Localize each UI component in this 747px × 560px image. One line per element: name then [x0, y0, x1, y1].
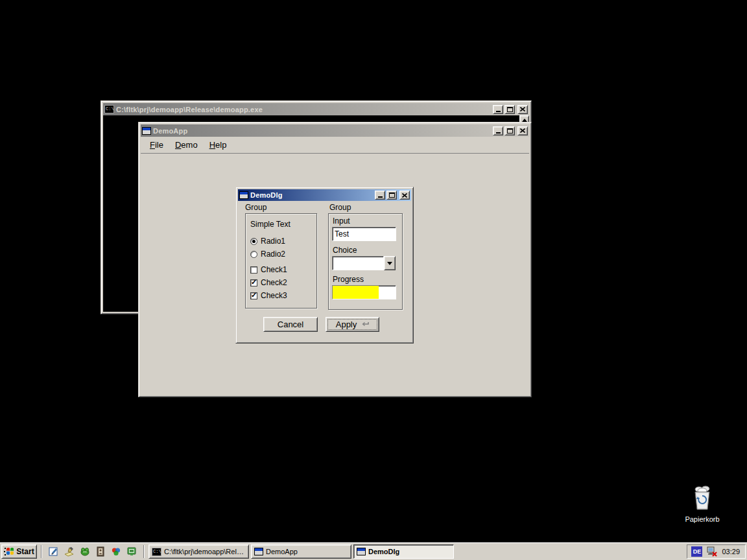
radio-icon — [250, 251, 257, 258]
minimize-icon — [496, 111, 501, 112]
recycle-bin-label: Papierkorb — [680, 515, 725, 523]
console-icon: C:\ — [104, 105, 114, 113]
radio-label: Radio1 — [261, 237, 285, 246]
menu-file[interactable]: File — [145, 138, 169, 152]
page-pen-icon[interactable] — [47, 545, 60, 558]
apply-label: Apply — [336, 320, 357, 329]
input-label: Input — [333, 216, 350, 226]
maximize-button[interactable] — [504, 126, 515, 135]
close-icon — [402, 193, 407, 198]
progress-bar — [332, 285, 396, 299]
radio-label: Radio2 — [261, 250, 285, 259]
radio-radio2[interactable]: Radio2 — [250, 250, 285, 259]
cancel-button[interactable]: Cancel — [263, 317, 318, 332]
network-disconnected-icon[interactable] — [706, 546, 718, 557]
choice-value — [332, 256, 384, 270]
close-icon — [520, 128, 525, 133]
task-button-label: C:\fltk\prj\demoapp\Rele... — [164, 548, 246, 555]
demoapp-titlebar[interactable]: DemoApp — [141, 124, 529, 137]
recycle-bin-full-icon — [690, 485, 715, 511]
checkbox-check1[interactable]: Check1 — [250, 265, 287, 274]
maximize-button[interactable] — [504, 105, 515, 114]
green-bug-icon[interactable] — [78, 545, 91, 558]
taskbar-separator — [41, 545, 42, 558]
cancel-label: Cancel — [278, 320, 303, 329]
quick-launch-tray — [46, 545, 139, 558]
close-button[interactable] — [517, 126, 528, 135]
progress-label: Progress — [333, 275, 364, 284]
right-group-label: Group — [329, 203, 351, 212]
system-tray: DE 03:29 — [687, 544, 746, 559]
radio-radio1[interactable]: Radio1 — [250, 237, 285, 246]
checkbox-icon — [250, 266, 257, 274]
left-group-box: Simple Text Radio1 Radio2 Check1 Check2 … — [245, 213, 317, 309]
close-button[interactable] — [399, 191, 410, 200]
menu-demo[interactable]: Demo — [170, 138, 203, 152]
dropdown-button[interactable] — [384, 256, 396, 270]
checkbox-check2[interactable]: Check2 — [250, 278, 287, 287]
minimize-button[interactable] — [493, 105, 503, 114]
checkbox-icon — [250, 292, 257, 299]
address-book-icon[interactable] — [94, 545, 107, 558]
start-label: Start — [16, 547, 34, 556]
radio-icon — [250, 238, 257, 245]
maximize-icon — [507, 107, 513, 112]
demodlg-dialog: DemoDlg Group Simple Text Radio1 Radio2 — [235, 187, 414, 344]
green-terminal-icon[interactable] — [125, 545, 138, 558]
checkbox-label: Check2 — [261, 278, 287, 287]
task-button-demodlg[interactable]: DemoDlg — [353, 544, 454, 559]
right-group-box: Input Choice Progress — [328, 213, 403, 310]
close-icon — [520, 107, 525, 111]
window-icon — [239, 191, 248, 199]
return-key-icon — [361, 321, 369, 327]
arrow-up-icon — [522, 119, 527, 122]
simple-text-label: Simple Text — [250, 220, 290, 229]
recycle-bin-shortcut[interactable]: Papierkorb — [680, 485, 725, 523]
menubar: File Demo Help — [141, 137, 529, 154]
window-icon — [357, 548, 366, 555]
console-title: C:\fltk\prj\demoapp\Release\demoapp.exe — [116, 106, 491, 113]
close-button[interactable] — [517, 105, 528, 114]
minimize-icon — [496, 132, 501, 134]
checkbox-label: Check1 — [261, 265, 287, 274]
choice-label: Choice — [333, 246, 357, 255]
apply-button[interactable]: Apply — [326, 317, 379, 332]
demodlg-title: DemoDlg — [250, 191, 373, 199]
left-group-label: Group — [245, 203, 267, 212]
minimize-icon — [378, 196, 383, 198]
window-icon — [142, 127, 151, 135]
checkbox-icon — [250, 279, 257, 286]
hand-write-icon[interactable] — [63, 545, 76, 558]
demoapp-title: DemoApp — [153, 127, 491, 135]
windows-logo-icon — [4, 547, 14, 556]
taskbar-separator — [143, 545, 145, 558]
choice-dropdown[interactable] — [332, 256, 396, 270]
maximize-icon — [389, 192, 395, 198]
checkbox-check3[interactable]: Check3 — [250, 291, 287, 300]
minimize-button[interactable] — [493, 126, 503, 135]
maximize-icon — [507, 128, 513, 134]
minimize-button[interactable] — [375, 191, 385, 200]
task-button-console[interactable]: C:\ C:\fltk\prj\demoapp\Rele... — [148, 544, 249, 559]
taskbar-clock[interactable]: 03:29 — [722, 548, 740, 555]
task-button-demoapp[interactable]: DemoApp — [251, 544, 351, 559]
input-field[interactable] — [332, 227, 396, 241]
taskbar: Start C:\ C:\fltk\prj\demoapp\Rele... De… — [0, 542, 747, 560]
color-swirl-icon[interactable] — [110, 545, 123, 558]
chevron-down-icon — [387, 262, 392, 265]
start-button[interactable]: Start — [1, 544, 37, 559]
checkbox-label: Check3 — [261, 291, 287, 300]
language-indicator[interactable]: DE — [691, 546, 702, 557]
window-icon — [254, 548, 263, 555]
menu-help[interactable]: Help — [204, 138, 232, 152]
task-button-label: DemoDlg — [368, 548, 399, 555]
task-button-label: DemoApp — [266, 548, 298, 555]
maximize-button[interactable] — [386, 191, 397, 200]
progress-fill — [333, 286, 379, 299]
demodlg-titlebar[interactable]: DemoDlg — [238, 189, 411, 201]
console-icon: C:\ — [152, 548, 161, 556]
console-titlebar[interactable]: C:\ C:\fltk\prj\demoapp\Release\demoapp.… — [103, 103, 529, 115]
